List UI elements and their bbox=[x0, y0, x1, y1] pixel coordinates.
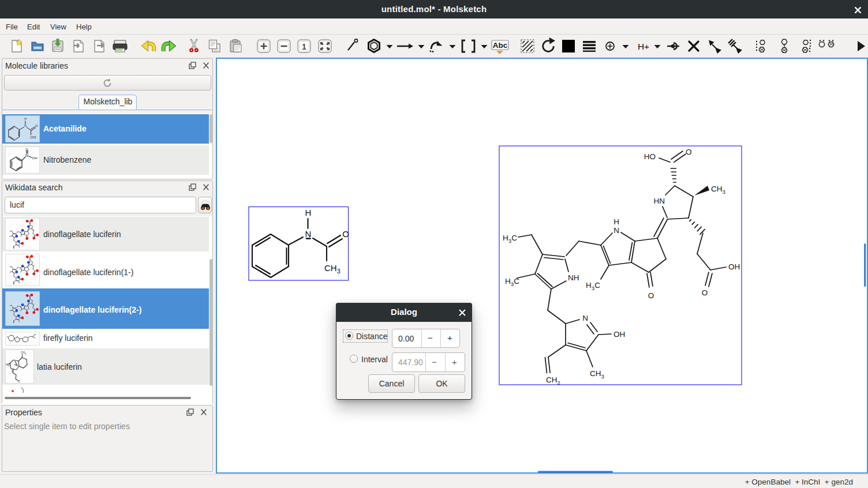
svg-text:3: 3 bbox=[25, 352, 27, 355]
svg-text:N: N bbox=[24, 124, 27, 127]
svg-text:H: H bbox=[24, 117, 27, 121]
svg-text:O: O bbox=[25, 148, 28, 151]
svg-text:O: O bbox=[36, 124, 38, 127]
svg-text:O: O bbox=[18, 380, 20, 383]
svg-text:H+: H+ bbox=[638, 42, 649, 51]
svg-text:C: C bbox=[9, 363, 12, 366]
svg-text:OH: OH bbox=[32, 156, 38, 160]
svg-text:N: N bbox=[25, 153, 28, 157]
svg-text:Abc: Abc bbox=[493, 41, 508, 50]
svg-text:CH3: CH3 bbox=[30, 136, 36, 139]
svg-text:1: 1 bbox=[302, 42, 306, 51]
svg-text:O: O bbox=[12, 369, 14, 373]
